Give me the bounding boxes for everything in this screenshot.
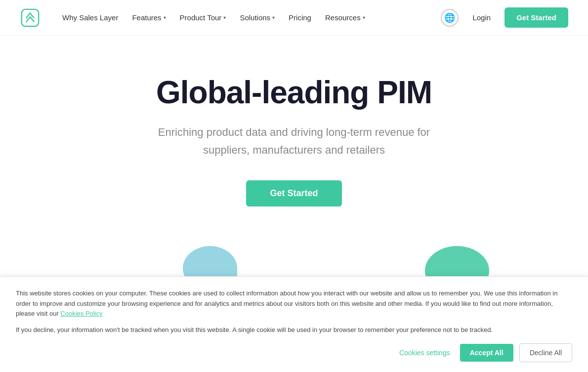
hero-section: Global-leading PIM Enriching product dat… xyxy=(0,36,588,236)
nav-pricing[interactable]: Pricing xyxy=(283,9,317,26)
navbar: Why Sales Layer Features ▾ Product Tour … xyxy=(0,0,588,36)
solutions-chevron-icon: ▾ xyxy=(272,15,275,20)
logo[interactable] xyxy=(20,7,41,28)
nav-why-sales-layer[interactable]: Why Sales Layer xyxy=(56,9,124,26)
resources-chevron-icon: ▾ xyxy=(363,15,365,20)
product-tour-chevron-icon: ▾ xyxy=(223,15,226,20)
nav-right: 🌐 Login Get Started xyxy=(441,7,568,28)
nav-solutions[interactable]: Solutions ▾ xyxy=(234,9,281,26)
cookies-settings-button[interactable]: Cookies settings xyxy=(395,347,454,359)
cookie-text-primary: This website stores cookies on your comp… xyxy=(16,289,572,319)
globe-icon: 🌐 xyxy=(444,12,455,23)
hero-cta-button[interactable]: Get Started xyxy=(246,180,341,207)
nav-resources[interactable]: Resources ▾ xyxy=(319,9,371,26)
nav-get-started-button[interactable]: Get Started xyxy=(504,7,568,28)
cookie-banner: This website stores cookies on your comp… xyxy=(0,276,588,372)
nav-links: Why Sales Layer Features ▾ Product Tour … xyxy=(56,9,441,26)
decline-all-button[interactable]: Decline All xyxy=(519,343,572,362)
login-button[interactable]: Login xyxy=(466,9,497,26)
hero-title: Global-leading PIM xyxy=(156,75,432,110)
features-chevron-icon: ▾ xyxy=(164,15,166,20)
cookie-text-secondary: If you decline, your information won't b… xyxy=(16,325,572,335)
language-selector[interactable]: 🌐 xyxy=(441,9,459,27)
nav-product-tour[interactable]: Product Tour ▾ xyxy=(174,9,232,26)
nav-features[interactable]: Features ▾ xyxy=(126,9,171,26)
hero-subtitle: Enriching product data and driving long-… xyxy=(141,124,447,158)
cookie-actions: Cookies settings Accept All Decline All xyxy=(16,343,572,362)
cookies-policy-link[interactable]: Cookies Policy xyxy=(60,310,102,317)
accept-all-button[interactable]: Accept All xyxy=(460,344,513,362)
